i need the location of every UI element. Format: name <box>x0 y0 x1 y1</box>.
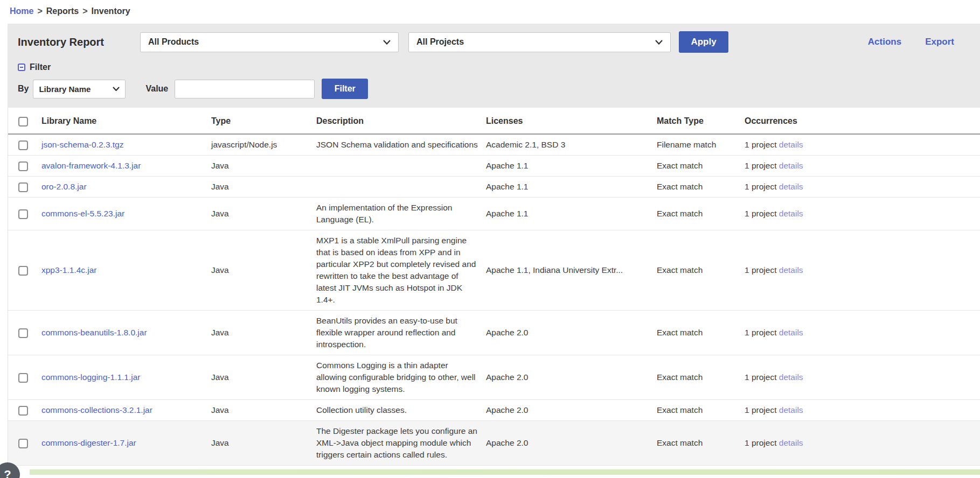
filter-value-label: Value <box>145 84 168 94</box>
details-link[interactable]: details <box>779 265 803 275</box>
occurrences-cell: 1 project details <box>745 310 980 355</box>
table-row: avalon-framework-4.1.3.jar Java Apache 1… <box>8 155 980 176</box>
row-checkbox[interactable] <box>18 266 28 276</box>
breadcrumb-home-link[interactable]: Home <box>10 6 33 16</box>
row-checkbox[interactable] <box>18 406 28 416</box>
filter-by-label: By <box>18 84 29 94</box>
match-type-cell: Exact match <box>657 230 745 310</box>
match-type-cell: Exact match <box>657 399 745 420</box>
row-checkbox[interactable] <box>18 161 28 171</box>
licenses-cell: Apache 1.1 <box>486 155 657 176</box>
library-name-link[interactable]: commons-logging-1.1.1.jar <box>41 372 141 382</box>
library-name-link[interactable]: commons-collections-3.2.1.jar <box>41 405 152 414</box>
occurrences-cell: 1 project details <box>745 420 980 465</box>
report-toolbar-panel: Inventory Report All Products All Projec… <box>8 24 980 108</box>
occurrences-count: 1 project <box>745 140 776 149</box>
licenses-cell: Apache 2.0 <box>486 399 657 420</box>
occurrences-cell: 1 project details <box>745 134 980 156</box>
filter-by-select-value: Library Name <box>39 85 91 94</box>
licenses-cell: Apache 1.1 <box>486 197 657 230</box>
library-name-link[interactable]: avalon-framework-4.1.3.jar <box>41 161 141 170</box>
column-header-match-type: Match Type <box>657 108 745 134</box>
project-select-value: All Projects <box>416 37 464 47</box>
row-checkbox[interactable] <box>18 439 28 448</box>
product-select[interactable]: All Products <box>140 32 399 52</box>
occurrences-count: 1 project <box>745 405 776 414</box>
details-link[interactable]: details <box>779 438 803 447</box>
match-type-cell: Exact match <box>657 176 745 197</box>
table-row: commons-collections-3.2.1.jar Java Colle… <box>8 399 980 420</box>
collapse-filter-icon[interactable] <box>18 64 25 71</box>
table-row: commons-beanutils-1.8.0.jar Java BeanUti… <box>8 310 980 355</box>
match-type-cell: Exact match <box>657 420 745 465</box>
description-cell: BeanUtils provides an easy-to-use but fl… <box>316 310 486 355</box>
library-name-link[interactable]: commons-beanutils-1.8.0.jar <box>41 328 147 337</box>
details-link[interactable]: details <box>779 140 803 149</box>
licenses-cell: Apache 2.0 <box>486 355 657 399</box>
type-cell: Java <box>211 197 316 230</box>
filter-value-input[interactable] <box>175 80 315 99</box>
table-row: commons-el-5.5.23.jar Java An implementa… <box>8 197 980 230</box>
description-cell: Collection utility classes. <box>316 399 486 420</box>
match-type-cell: Exact match <box>657 155 745 176</box>
filter-button[interactable]: Filter <box>322 79 368 99</box>
type-cell: Java <box>211 155 316 176</box>
occurrences-count: 1 project <box>745 438 776 447</box>
row-checkbox[interactable] <box>18 182 28 192</box>
occurrences-count: 1 project <box>745 161 776 170</box>
column-header-occurrences: Occurrences <box>745 108 980 134</box>
type-cell: Java <box>211 355 316 399</box>
table-row: oro-2.0.8.jar Java Apache 1.1 Exact matc… <box>8 176 980 197</box>
details-link[interactable]: details <box>779 405 803 414</box>
description-cell: Commons Logging is a thin adapter allowi… <box>316 355 486 399</box>
description-cell: The Digester package lets you configure … <box>316 420 486 465</box>
occurrences-cell: 1 project details <box>745 355 980 399</box>
inventory-table: Library Name Type Description Licenses M… <box>8 108 980 466</box>
row-checkbox[interactable] <box>18 373 28 383</box>
apply-button[interactable]: Apply <box>679 31 728 53</box>
row-checkbox[interactable] <box>18 140 28 150</box>
library-name-link[interactable]: json-schema-0.2.3.tgz <box>41 140 124 149</box>
type-cell: Java <box>211 399 316 420</box>
library-name-link[interactable]: commons-digester-1.7.jar <box>41 438 136 447</box>
breadcrumb-separator: > <box>82 6 87 16</box>
select-all-checkbox[interactable] <box>18 117 28 126</box>
product-select-value: All Products <box>148 37 199 47</box>
project-select[interactable]: All Projects <box>408 32 671 52</box>
row-checkbox[interactable] <box>18 328 28 338</box>
actions-link[interactable]: Actions <box>868 37 901 47</box>
type-cell: Java <box>211 420 316 465</box>
library-name-link[interactable]: xpp3-1.1.4c.jar <box>41 265 97 275</box>
occurrences-count: 1 project <box>745 209 776 218</box>
table-row: commons-digester-1.7.jar Java The Digest… <box>8 420 980 465</box>
description-cell: JSON Schema validation and specification… <box>316 134 486 156</box>
licenses-cell: Apache 2.0 <box>486 420 657 465</box>
licenses-cell: Academic 2.1, BSD 3 <box>486 134 657 156</box>
row-checkbox[interactable] <box>18 209 28 219</box>
filter-by-select[interactable]: Library Name <box>33 80 126 99</box>
occurrences-count: 1 project <box>745 182 776 191</box>
description-cell <box>316 176 486 197</box>
bottom-highlight-bar <box>30 469 980 475</box>
description-cell: An implementation of the Expression Lang… <box>316 197 486 230</box>
licenses-cell: Apache 2.0 <box>486 310 657 355</box>
match-type-cell: Filename match <box>657 134 745 156</box>
details-link[interactable]: details <box>779 182 803 191</box>
library-name-link[interactable]: oro-2.0.8.jar <box>41 182 87 191</box>
occurrences-count: 1 project <box>745 372 776 382</box>
occurrences-cell: 1 project details <box>745 230 980 310</box>
occurrences-count: 1 project <box>745 328 776 337</box>
filter-section-label: Filter <box>30 62 51 72</box>
type-cell: Java <box>211 310 316 355</box>
details-link[interactable]: details <box>779 161 803 170</box>
match-type-cell: Exact match <box>657 197 745 230</box>
column-header-library-name: Library Name <box>41 108 211 134</box>
details-link[interactable]: details <box>779 209 803 218</box>
chevron-down-icon <box>655 40 663 45</box>
match-type-cell: Exact match <box>657 355 745 399</box>
details-link[interactable]: details <box>779 372 803 382</box>
details-link[interactable]: details <box>779 328 803 337</box>
export-link[interactable]: Export <box>925 37 954 47</box>
column-header-description: Description <box>316 108 486 134</box>
library-name-link[interactable]: commons-el-5.5.23.jar <box>41 209 124 218</box>
